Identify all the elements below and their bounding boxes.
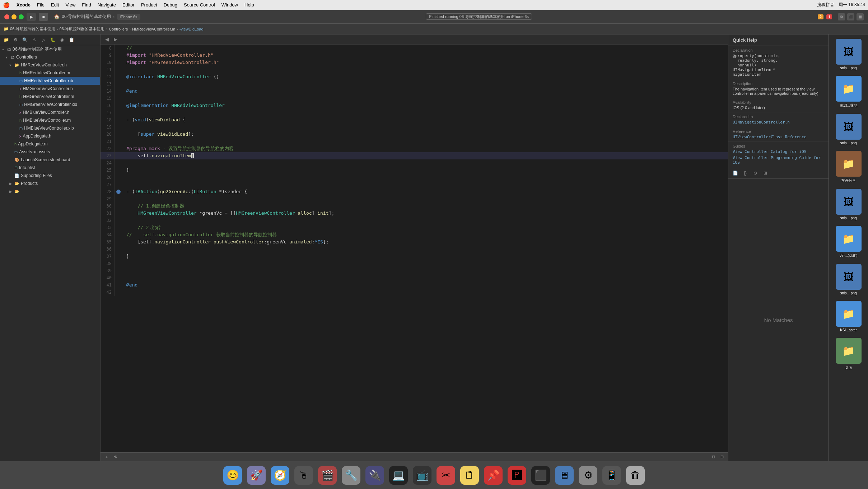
qh-guides-value1[interactable]: View Controller Catalog for iOS [733, 149, 824, 154]
dock-trash[interactable]: 🗑 [625, 465, 646, 486]
navigator-toggle[interactable]: ⧉ [838, 13, 845, 20]
report-nav-icon[interactable]: 📋 [67, 36, 75, 44]
sidebar-item-hmgreen-h[interactable]: ▾ h HMGreenViewController.m [0, 93, 100, 101]
sidebar-item-appdelegate-h[interactable]: ▾ h AppDelegate.m [0, 140, 100, 148]
menu-view[interactable]: View [65, 2, 75, 8]
code-line-12: 12 @interface HMRedViewController () [101, 73, 728, 80]
sidebar-item-hmgreen-m[interactable]: ▾ m HMGreenViewController.xib [0, 101, 100, 108]
maximize-button[interactable] [19, 14, 24, 19]
sidebar-item-supporting-files[interactable]: ▶ 📂 Products [0, 180, 100, 187]
dock-display[interactable]: 🖥 [554, 465, 575, 486]
stop-button[interactable]: ■ [39, 13, 48, 21]
dock-mouse[interactable]: 🖱 [293, 465, 314, 486]
warning-nav-icon[interactable]: ⚠ [30, 36, 38, 44]
desktop-icon-7[interactable]: 📁 KSI...aster [830, 299, 867, 334]
desktop-icon-3[interactable]: 📁 车丹分享 [830, 149, 867, 185]
desktop-icon-4[interactable]: 🖼 snip....png [830, 187, 867, 222]
dock-finder[interactable]: 😊 [222, 465, 243, 486]
utilities-toggle[interactable]: ▦ [857, 13, 864, 20]
menu-file[interactable]: File [37, 2, 45, 8]
breadcrumb-item-0[interactable]: 06-导航控制器的基本使用 [10, 26, 55, 32]
dock-xmind[interactable]: 📌 [482, 465, 504, 486]
qh-declared-in-value[interactable]: UINavigationController.h [733, 120, 824, 125]
dock-notes[interactable]: 🗒 [459, 465, 480, 486]
sidebar-item-hmgreen-xib[interactable]: ▾ x HMBlueViewController.h [0, 108, 100, 116]
errors-badge[interactable]: 1 [826, 14, 832, 19]
sidebar-item-controllers[interactable]: ▾ 📂 HMRedViewController.h [0, 61, 100, 69]
test-nav-icon[interactable]: ▷ [39, 36, 47, 44]
sidebar-item-hmblue-m[interactable]: ▾ m HMBlueViewController.xib [0, 124, 100, 132]
breadcrumb-item-2[interactable]: Controllers [109, 27, 128, 31]
run-button[interactable]: ▶ [27, 13, 36, 21]
sidebar-item-hmblue-h[interactable]: ▾ h HMBlueViewController.m [0, 116, 100, 124]
dock-cmd[interactable]: ⬛ [530, 465, 551, 486]
menu-xcode[interactable]: Xcode [17, 2, 31, 8]
breakpoint-nav-icon[interactable]: ◉ [58, 36, 66, 44]
close-button[interactable] [4, 14, 9, 19]
sidebar-item-root[interactable]: ▾ 🗂 06-导航控制器的基本使用 [0, 45, 100, 53]
breadcrumb-item-3[interactable]: HMRedViewController.m [132, 27, 175, 31]
code-content[interactable]: 8 // 9 #import "HMRedViewController.h" 1… [101, 45, 728, 452]
menu-source-control[interactable]: Source Control [184, 2, 215, 8]
debug-nav-icon[interactable]: 🐛 [49, 36, 57, 44]
desktop-icon-0[interactable]: 🖼 snip....png [830, 37, 867, 71]
desktop-icon-8[interactable]: 📁 桌面 [830, 336, 867, 372]
sidebar-item-hmred-h[interactable]: ▾ h HMRedViewController.m [0, 69, 100, 77]
sidebar-item-assets[interactable]: ▾ 🎨 LaunchScreen.storyboard [0, 156, 100, 164]
sidebar-item-launchscreen[interactable]: ▾ ⊟ Info.plist [0, 164, 100, 172]
desktop-icon-1[interactable]: 📁 第13...业地 [830, 74, 867, 110]
device-label[interactable]: iPhone 6s [117, 14, 140, 20]
dock-video[interactable]: 🎬 [317, 465, 338, 486]
sidebar-item-appdelegate-m[interactable]: ▾ m Assets.xcassets [0, 148, 100, 156]
dock-tools[interactable]: 🔧 [340, 465, 362, 486]
layout-button[interactable]: ⊟ [710, 454, 717, 460]
debug-toggle[interactable]: ⬛ [847, 13, 854, 20]
dock-launchpad[interactable]: 🚀 [246, 465, 267, 486]
sidebar-item-hmred-m[interactable]: ▾ m HMRedViewController.xib [0, 77, 100, 85]
qh-guides-value2[interactable]: View Controller Programming Guide for iO… [733, 155, 824, 165]
dock-terminal[interactable]: 💻 [388, 465, 409, 486]
menu-navigate[interactable]: Navigate [98, 2, 116, 8]
dock-scissors[interactable]: ✂ [435, 465, 457, 486]
minimize-button[interactable] [11, 14, 17, 19]
menu-editor[interactable]: Editor [122, 2, 135, 8]
dock-plugin[interactable]: 🔌 [364, 465, 386, 486]
menu-debug[interactable]: Debug [164, 2, 177, 8]
history-button[interactable]: ⟲ [112, 454, 118, 460]
menu-help[interactable]: Help [244, 2, 254, 8]
forward-button[interactable]: ▶ [112, 36, 119, 43]
add-file-button[interactable]: + [103, 454, 110, 460]
qh-grid-icon[interactable]: ⊞ [761, 169, 769, 177]
apple-menu[interactable]: 🍎 [3, 1, 10, 8]
sidebar-item-hmblue-xib[interactable]: ▾ x AppDelegate.h [0, 132, 100, 140]
dock-settings[interactable]: ⚙ [577, 465, 599, 486]
sidebar-item-hmred-xib[interactable]: ▾ x HMGreenViewController.h [0, 85, 100, 93]
sidebar-item-info-plist[interactable]: ▾ 📄 Supporting Files [0, 172, 100, 180]
qh-doc-icon[interactable]: 📄 [731, 169, 739, 177]
qh-reference-value[interactable]: UIViewControllerClass Reference [733, 135, 824, 139]
qh-bookmark-icon[interactable]: ⊙ [751, 169, 759, 177]
menu-find[interactable]: Find [82, 2, 91, 8]
search-nav-icon[interactable]: 🔍 [21, 36, 29, 44]
desktop-icon-6[interactable]: 🖼 snip....png [830, 262, 867, 297]
code-editor[interactable]: ◀ ▶ 8 // 9 #import "HMRedViewController.… [101, 34, 728, 461]
qh-code-icon[interactable]: {} [741, 169, 749, 177]
dock-safari[interactable]: 🧭 [269, 465, 291, 486]
folder-icon[interactable]: 📁 [2, 36, 10, 44]
back-button[interactable]: ◀ [103, 36, 111, 43]
warnings-badge[interactable]: 2 [818, 14, 823, 19]
menu-window[interactable]: Window [221, 2, 238, 8]
breadcrumb-item-4[interactable]: -viewDidLoad [179, 27, 204, 31]
dock-iphone[interactable]: 📱 [601, 465, 622, 486]
zoom-button[interactable]: ⊞ [719, 454, 725, 460]
dock-screen[interactable]: 📺 [411, 465, 433, 486]
sidebar-item-products[interactable]: ▶ 📂 [0, 187, 100, 195]
menu-edit[interactable]: Edit [51, 2, 59, 8]
symbol-nav-icon[interactable]: ⚙ [11, 36, 19, 44]
menu-product[interactable]: Product [141, 2, 157, 8]
desktop-icon-5[interactable]: 📁 07-...(优化) [830, 224, 867, 260]
breadcrumb-item-1[interactable]: 06-导航控制器的基本使用 [60, 26, 105, 32]
dock-ppt[interactable]: 🅿 [506, 465, 528, 486]
sidebar-item-group[interactable]: ▾ 🗂 Controllers [0, 53, 100, 61]
desktop-icon-2[interactable]: 🖼 snip....png [830, 112, 867, 146]
